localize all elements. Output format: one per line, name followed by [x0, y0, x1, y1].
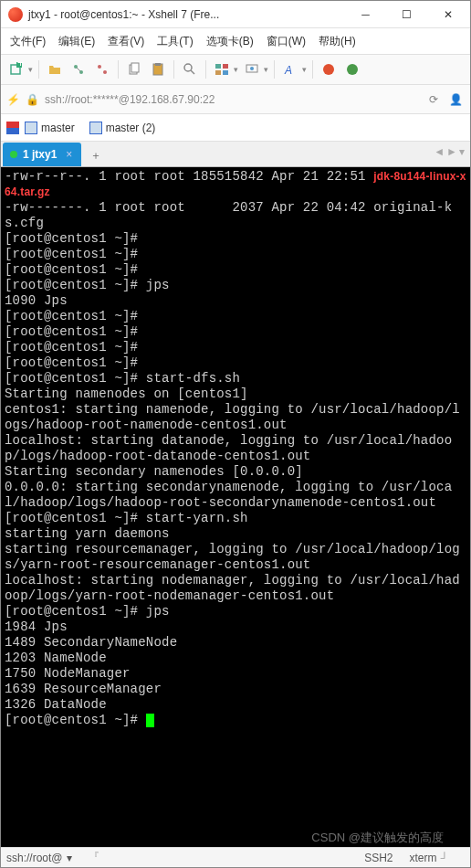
close-button[interactable]: ✕: [427, 2, 468, 27]
status-termtype: xterm┘: [409, 852, 448, 864]
svg-text:+: +: [17, 62, 24, 69]
session-link-1[interactable]: master: [41, 122, 75, 134]
refresh-icon[interactable]: ⟳: [424, 90, 443, 109]
svg-point-11: [184, 64, 192, 71]
flag-icon: [6, 122, 19, 134]
new-session-icon[interactable]: +: [6, 59, 26, 79]
host-icon: [89, 122, 102, 134]
paste-icon[interactable]: [148, 59, 168, 79]
new-tab-button[interactable]: ＋: [85, 144, 107, 166]
window-title: jtxy1 - root@centos1:~ - Xshell 7 (Fre..…: [28, 8, 345, 21]
status-host: ssh://root@▾: [6, 852, 72, 864]
address-text[interactable]: ssh://root:******@192.168.67.90:22: [45, 93, 421, 106]
minimize-button[interactable]: ─: [345, 2, 386, 27]
quick-connect-icon[interactable]: ⚡: [6, 93, 20, 106]
connected-indicator-icon: [10, 151, 17, 158]
menubar: 文件(F) 编辑(E) 查看(V) 工具(T) 选项卡(B) 窗口(W) 帮助(…: [1, 28, 470, 54]
xftp-icon[interactable]: [342, 59, 362, 79]
status-bar: ssh://root@▾ 『 SSH2 xterm┘: [1, 847, 470, 867]
tab-prev-icon[interactable]: ◄: [434, 145, 445, 158]
reconnect-icon[interactable]: [68, 59, 89, 79]
svg-rect-15: [223, 70, 228, 75]
copy-icon[interactable]: [124, 59, 144, 79]
status-proto: SSH2: [364, 852, 392, 864]
host-icon: [25, 122, 37, 134]
menu-file[interactable]: 文件(F): [10, 34, 46, 49]
svg-point-5: [98, 65, 101, 69]
tab-close-icon[interactable]: ×: [66, 148, 72, 161]
tab-next-icon[interactable]: ►: [446, 145, 457, 158]
session-link-2[interactable]: master (2): [106, 122, 156, 134]
layout-icon[interactable]: [212, 59, 232, 79]
menu-edit[interactable]: 编辑(E): [58, 34, 95, 49]
font-icon[interactable]: A: [280, 59, 300, 79]
svg-text:A: A: [284, 64, 292, 77]
lock-icon: 🔒: [26, 93, 39, 106]
svg-rect-13: [223, 64, 228, 69]
titlebar: jtxy1 - root@centos1:~ - Xshell 7 (Fre..…: [1, 1, 470, 28]
menu-view[interactable]: 查看(V): [108, 34, 144, 49]
tab-label: 1 jtxy1: [23, 148, 57, 161]
toolbar: +▾ ▾ ▾ A▾: [1, 54, 470, 85]
app-logo-icon: [8, 7, 23, 22]
svg-rect-8: [131, 63, 139, 72]
svg-rect-14: [215, 70, 221, 75]
status-caret-icon: 『: [89, 850, 365, 865]
tab-list-icon[interactable]: ▾: [459, 145, 465, 158]
tab-strip: 1 jtxy1 × ＋ ◄ ► ▾: [1, 142, 470, 167]
menu-tabs[interactable]: 选项卡(B): [206, 34, 254, 49]
search-icon[interactable]: [180, 59, 200, 79]
svg-point-19: [323, 64, 334, 75]
maximize-button[interactable]: ☐: [386, 2, 427, 27]
disconnect-icon[interactable]: [92, 59, 112, 79]
svg-rect-10: [155, 63, 161, 66]
svg-point-6: [103, 70, 107, 74]
svg-point-17: [250, 67, 254, 70]
xshell-icon[interactable]: [319, 59, 339, 79]
menu-window[interactable]: 窗口(W): [267, 34, 306, 49]
menu-help[interactable]: 帮助(H): [319, 34, 356, 49]
tab-active[interactable]: 1 jtxy1 ×: [3, 143, 81, 166]
svg-point-20: [347, 64, 358, 75]
terminal[interactable]: -rw-r--r--. 1 root root 185515842 Apr 21…: [1, 167, 470, 847]
user-icon[interactable]: 👤: [446, 90, 465, 109]
address-bar: ⚡ 🔒 ssh://root:******@192.168.67.90:22 ⟳…: [1, 85, 470, 114]
svg-rect-12: [215, 64, 221, 69]
session-bar: master master (2): [1, 114, 470, 142]
open-session-icon[interactable]: [45, 59, 65, 79]
broadcast-icon[interactable]: [242, 59, 262, 79]
menu-tools[interactable]: 工具(T): [157, 34, 193, 49]
